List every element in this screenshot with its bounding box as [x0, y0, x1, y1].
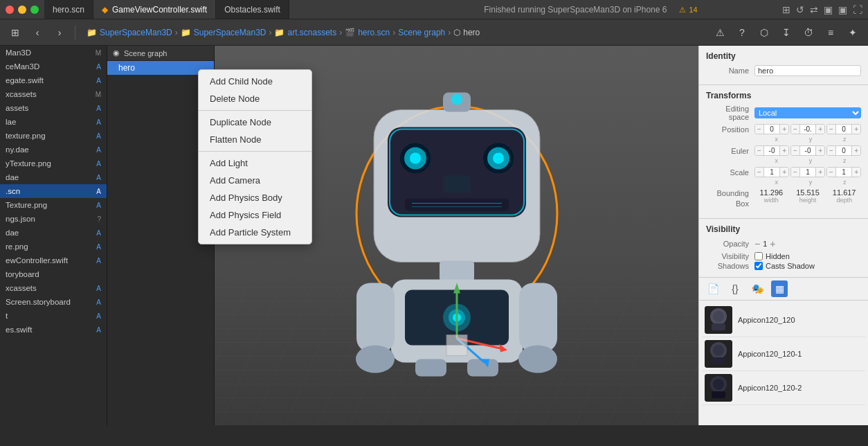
euler-x-minus[interactable]: − [755, 146, 764, 155]
position-x-minus[interactable]: − [755, 125, 764, 134]
sidebar-item-ceman3d[interactable]: ceMan3D A [0, 60, 107, 73]
arrange-btn[interactable]: ↧ [777, 23, 796, 42]
casts-shadow-checkbox[interactable] [754, 262, 763, 270]
rpanel-tab-media[interactable]: 🎭 [749, 280, 766, 297]
euler-z-plus[interactable]: + [851, 146, 860, 155]
sidebar-item-t[interactable]: t A [0, 309, 107, 323]
sidebar-item-repng[interactable]: re.png A [0, 240, 107, 253]
sidebar-item-nydae[interactable]: ny.dae A [0, 143, 107, 157]
context-menu-add-child-node[interactable]: Add Child Node [199, 73, 311, 90]
tab-gameviewcontroller[interactable]: ◆ GameViewController.swift [93, 0, 216, 19]
svg-point-39 [713, 311, 724, 322]
name-property: Name [706, 65, 861, 76]
sidebar-item-egate[interactable]: egate.swift A [0, 73, 107, 87]
rpanel-tab-assets[interactable]: ▦ [771, 280, 788, 297]
sidebar-item-scn[interactable]: .scn A [0, 184, 107, 198]
rpanel-tab-code[interactable]: {} [727, 280, 743, 297]
euler-y-plus[interactable]: + [815, 146, 824, 155]
star-btn[interactable]: ✦ [843, 23, 862, 42]
context-menu-flatten-node[interactable]: Flatten Node [199, 131, 311, 148]
scale-y-minus[interactable]: − [791, 168, 800, 177]
euler-y-minus[interactable]: − [791, 146, 800, 155]
sidebar-item-esswift[interactable]: es.swift A [0, 323, 107, 337]
context-menu-delete-node[interactable]: Delete Node [199, 90, 311, 107]
reload-icon[interactable]: ↺ [796, 4, 804, 15]
breadcrumb-hero[interactable]: ⬡ hero [453, 28, 480, 37]
sidebar-item-viewcontroller[interactable]: ewController.swift A [0, 253, 107, 267]
breadcrumb-scenegraph[interactable]: Scene graph [398, 28, 445, 37]
scale-x-plus[interactable]: + [779, 168, 788, 177]
sidebar-item-dae2[interactable]: dae A [0, 226, 107, 240]
asset-item-0[interactable]: Appicon120_120 [702, 303, 865, 337]
euler-z-minus[interactable]: − [827, 146, 836, 155]
sidebar-item-man3d[interactable]: Man3D M [0, 46, 107, 60]
svg-point-26 [356, 346, 395, 373]
breadcrumb-superspaceman-folder[interactable]: 📁 SuperSpaceMan3D [87, 28, 172, 37]
opacity-plus-btn[interactable]: + [770, 238, 775, 249]
euler-y-value: -0 [800, 147, 815, 154]
name-input[interactable] [754, 65, 861, 76]
breadcrumb-artscnassets[interactable]: 📁 art.scnassets [274, 28, 336, 37]
clock-btn[interactable]: ⏱ [799, 23, 818, 42]
file-sidebar: Man3D M ceMan3D A egate.swift A xcassets… [0, 46, 107, 425]
breadcrumb-superspaceman2-folder[interactable]: 📁 SuperSpaceMan3D [181, 28, 266, 37]
sidebar-item-storyboard[interactable]: toryboard [0, 267, 107, 281]
opacity-minus-btn[interactable]: − [754, 238, 760, 249]
breadcrumb-heroscn[interactable]: 🎬 hero.scn [345, 28, 390, 37]
fullscreen-icon[interactable]: ⛶ [853, 4, 862, 15]
sidebar-item-dae[interactable]: dae A [0, 170, 107, 184]
context-menu-add-light[interactable]: Add Light [199, 154, 311, 172]
panel-left-icon[interactable]: ▣ [824, 4, 833, 15]
position-y-plus[interactable]: + [815, 125, 824, 134]
context-menu-add-physics-field[interactable]: Add Physics Field [199, 206, 311, 224]
scale-z-plus[interactable]: + [851, 168, 860, 177]
warning-badge[interactable]: ⚠ 14 [673, 6, 703, 15]
scale-x-minus[interactable]: − [755, 168, 764, 177]
tab-hero-scn[interactable]: hero.scn [44, 0, 93, 19]
editing-space-select[interactable]: Local World [754, 107, 861, 118]
asset-item-2[interactable]: Appicon120_120-2 [702, 371, 865, 405]
context-menu-duplicate-node[interactable]: Duplicate Node [199, 114, 311, 131]
tab-hero-scn-label: hero.scn [53, 5, 84, 15]
position-z-plus[interactable]: + [851, 125, 860, 134]
maximize-button[interactable] [30, 6, 39, 14]
hidden-checkbox[interactable] [754, 252, 763, 260]
asset-item-1[interactable]: Appicon120_120-1 [702, 337, 865, 371]
list-btn[interactable]: ≡ [821, 23, 840, 42]
svg-rect-25 [519, 283, 557, 353]
sidebar-item-ytexture[interactable]: yTexture.png A [0, 157, 107, 170]
sidebar-item-screenstoryboard[interactable]: Screen.storyboard A [0, 295, 107, 309]
minimize-button[interactable] [18, 6, 26, 14]
sidebar-item-lae[interactable]: lae A [0, 115, 107, 129]
close-button[interactable] [6, 6, 14, 14]
sidebar-item-xcassets[interactable]: xcassets M [0, 87, 107, 101]
context-menu-add-particle-system[interactable]: Add Particle System [199, 224, 311, 241]
tab-obstacles[interactable]: Obstacles.swift [216, 0, 289, 19]
context-menu-add-physics-body[interactable]: Add Physics Body [199, 189, 311, 206]
position-x-plus[interactable]: + [779, 125, 788, 134]
nav-back-button[interactable]: ‹ [28, 23, 47, 42]
panel-right-icon[interactable]: ▣ [838, 4, 847, 15]
scale-y-plus[interactable]: + [815, 168, 824, 177]
position-z-minus[interactable]: − [827, 125, 836, 134]
window-controls [0, 6, 44, 14]
sidebar-item-assets[interactable]: assets A [0, 101, 107, 115]
scale-z-minus[interactable]: − [827, 168, 836, 177]
sidebar-item-texturepng[interactable]: Texture.png A [0, 198, 107, 212]
rpanel-tab-scene[interactable]: 📄 [705, 280, 721, 297]
grid-view-button[interactable]: ⊞ [6, 23, 25, 42]
sidebar-item-ngsjson[interactable]: ngs.json ? [0, 212, 107, 226]
breadcrumb: 📁 SuperSpaceMan3D › 📁 SuperSpaceMan3D › … [81, 28, 707, 37]
help-btn[interactable]: ? [732, 23, 752, 42]
sidebar-item-texture[interactable]: texture.png A [0, 129, 107, 143]
arrow-icon[interactable]: ⇄ [810, 4, 818, 15]
name-label: Name [706, 66, 754, 75]
warning-toolbar-btn[interactable]: ⚠ [710, 23, 730, 42]
position-y-minus[interactable]: − [791, 125, 800, 134]
context-menu-add-camera[interactable]: Add Camera [199, 172, 311, 189]
sidebar-item-xcassets2[interactable]: xcassets A [0, 281, 107, 295]
view-toggle-icon[interactable]: ⊞ [782, 4, 790, 15]
euler-x-plus[interactable]: + [779, 146, 788, 155]
3d-view-btn[interactable]: ⬡ [754, 23, 774, 42]
nav-forward-button[interactable]: › [50, 23, 69, 42]
